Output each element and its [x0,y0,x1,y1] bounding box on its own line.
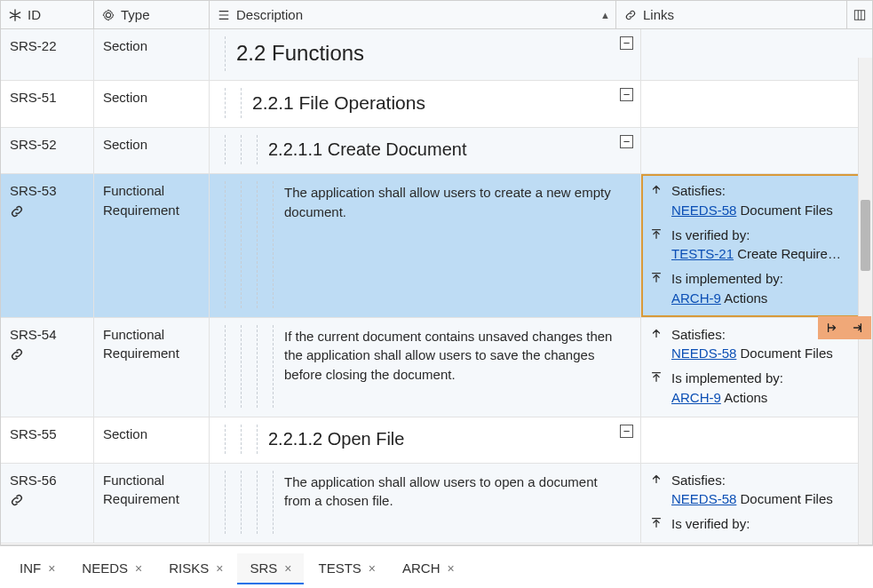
requirement-text: The application shall allow users to ope… [274,471,631,513]
link-item: Is verified by:TESTS-21 Create Require… [650,226,863,265]
nav-end-button[interactable] [847,319,867,337]
cell-description[interactable]: The application shall allow users to cre… [210,174,641,317]
id-text: SRS-51 [10,88,84,107]
id-text: SRS-53 [10,181,84,201]
column-config-button[interactable] [847,1,872,28]
tab-needs[interactable]: NEEDS× [69,553,155,584]
cell-links[interactable] [641,81,872,127]
tab-srs[interactable]: SRS× [237,553,304,584]
table-row[interactable]: SRS-55Section2.2.1.2 Open File− [1,417,872,464]
link-ref-anchor[interactable]: NEEDS-58 [671,203,736,218]
tab-tests[interactable]: TESTS× [306,553,388,584]
cell-links[interactable] [641,29,872,80]
cell-description[interactable]: If the current document contains unsaved… [210,318,641,417]
cell-type: Functional Requirement [94,464,210,543]
link-ref-anchor[interactable]: ARCH-9 [671,290,721,306]
col-header-description-label: Description [236,7,303,22]
cell-type: Section [94,29,210,80]
link-reference: ARCH-9 Actions [671,388,863,408]
close-icon[interactable]: × [135,561,142,576]
id-text: SRS-56 [10,471,84,490]
cell-links[interactable] [641,128,872,173]
table-row[interactable]: SRS-53Functional RequirementThe applicat… [1,174,872,318]
link-ref-anchor[interactable]: NEEDS-58 [671,346,736,361]
cell-description[interactable]: 2.2.1.1 Create Document− [210,128,641,173]
cell-description[interactable]: 2.2.1 File Operations− [210,81,641,127]
col-header-type[interactable]: Type [94,1,210,28]
link-ref-anchor[interactable]: ARCH-9 [671,390,721,405]
gear-icon [101,8,115,22]
col-header-type-label: Type [121,7,150,22]
collapse-toggle[interactable]: − [620,36,633,50]
asterisk-icon [8,8,22,22]
vertical-scrollbar[interactable] [858,58,872,544]
nav-start-button[interactable] [822,319,842,337]
link-relation-label: Is implemented by: [671,369,863,388]
cell-description[interactable]: 2.2 Functions− [210,29,641,80]
cell-type: Section [94,81,210,127]
link-ref-title: Actions [721,290,768,306]
tab-inf[interactable]: INF× [7,553,67,584]
cell-links[interactable]: Satisfies:NEEDS-58 Document FilesIs veri… [641,464,872,543]
col-header-description[interactable]: Description ▲ [210,1,616,28]
cell-id: SRS-22 [1,29,94,80]
table-row[interactable]: SRS-22Section2.2 Functions− [1,29,872,81]
section-heading: 2.2.1.2 Open File [268,426,624,452]
tab-label: ARCH [402,560,440,576]
id-text: SRS-54 [10,325,84,345]
link-icon [10,204,84,219]
cell-type: Functional Requirement [94,174,210,317]
link-icon [623,8,638,22]
svg-rect-0 [854,10,864,20]
col-header-id[interactable]: ID [1,1,94,28]
col-header-links[interactable]: Links [616,1,847,28]
arrow-up-icon [650,325,664,339]
cell-id: SRS-56 [1,464,94,543]
table-row[interactable]: SRS-51Section2.2.1 File Operations− [1,81,872,128]
link-relation-label: Satisfies: [671,471,863,490]
table-row[interactable]: SRS-52Section2.2.1.1 Create Document− [1,128,872,174]
link-item: Satisfies:NEEDS-58 Document Files [650,181,863,220]
scroll-thumb[interactable] [861,200,870,271]
section-heading: 2.2.1 File Operations [252,90,624,116]
table-row[interactable]: SRS-54Functional RequirementIf the curre… [1,318,872,417]
indent-guides [210,425,258,454]
tab-label: SRS [250,560,277,576]
link-reference: NEEDS-58 Document Files [671,201,863,220]
link-item: Is implemented by:ARCH-9 Actions [650,269,863,308]
cell-id: SRS-54 [1,318,94,417]
tab-arch[interactable]: ARCH× [390,553,467,584]
close-icon[interactable]: × [448,561,455,576]
close-icon[interactable]: × [369,561,376,576]
arrow-up-icon [650,181,664,195]
col-header-id-label: ID [28,7,41,22]
indent-guides [210,135,258,164]
table-row[interactable]: SRS-56Functional RequirementThe applicat… [1,464,872,544]
link-icon [10,493,84,507]
tab-risks[interactable]: RISKS× [156,553,235,584]
close-icon[interactable]: × [216,561,223,576]
collapse-toggle[interactable]: − [620,135,633,148]
table-body: SRS-22Section2.2 Functions−SRS-51Section… [1,29,872,544]
link-ref-anchor[interactable]: TESTS-21 [671,246,734,261]
collapse-toggle[interactable]: − [620,88,633,101]
tab-label: NEEDS [82,560,128,576]
link-nav-overlay [818,316,871,339]
cell-links[interactable]: Satisfies:NEEDS-58 Document FilesIs impl… [641,318,872,417]
cell-description[interactable]: The application shall allow users to ope… [210,464,641,543]
link-reference: NEEDS-58 Document Files [671,489,863,509]
cell-id: SRS-53 [1,174,94,317]
link-reference: TESTS-21 Create Require… [671,244,863,264]
cell-links[interactable] [641,417,872,463]
link-relation-label: Is verified by: [671,514,863,534]
close-icon[interactable]: × [284,561,291,576]
link-relation-label: Is implemented by: [671,269,863,289]
cell-id: SRS-51 [1,81,94,127]
cell-links[interactable]: Satisfies:NEEDS-58 Document FilesIs veri… [641,174,872,317]
link-ref-title: Document Files [736,491,832,506]
link-ref-anchor[interactable]: NEEDS-58 [671,491,736,506]
cell-description[interactable]: 2.2.1.2 Open File− [210,417,641,463]
close-icon[interactable]: × [48,561,55,576]
link-item: Is verified by: [650,514,863,534]
collapse-toggle[interactable]: − [620,425,633,438]
